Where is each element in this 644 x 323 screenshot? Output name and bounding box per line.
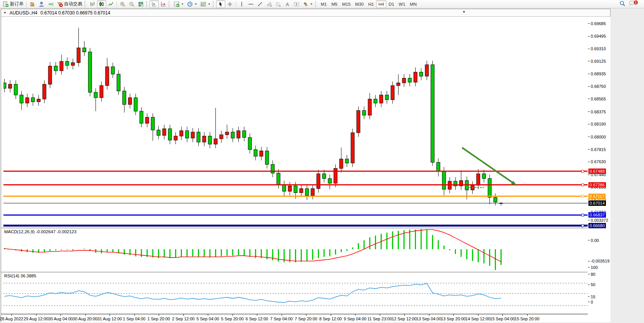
candle-body[interactable]: [300, 189, 303, 193]
candle-body[interactable]: [134, 98, 137, 111]
timeframe-button-MN[interactable]: MN: [408, 0, 419, 8]
candle-body[interactable]: [242, 131, 246, 138]
chart-shift-button[interactable]: [159, 0, 168, 8]
candle-body[interactable]: [31, 98, 35, 102]
periods-button[interactable]: ▼: [185, 0, 199, 8]
vertical-line-button[interactable]: [237, 0, 246, 8]
candle-body[interactable]: [168, 129, 172, 140]
timeframe-button-M30[interactable]: M30: [353, 0, 366, 8]
candle-body[interactable]: [385, 95, 389, 100]
candle-body[interactable]: [220, 135, 223, 139]
candle-body[interactable]: [248, 137, 252, 150]
candle-body[interactable]: [180, 131, 183, 136]
signal-button[interactable]: [46, 0, 55, 8]
timeframe-button-H1[interactable]: H1: [366, 0, 376, 8]
fibonacci-button[interactable]: F: [274, 0, 283, 8]
candle-body[interactable]: [317, 174, 320, 189]
candle-body[interactable]: [197, 132, 200, 142]
candle-body[interactable]: [60, 61, 63, 71]
zoom-in-button[interactable]: [118, 0, 127, 8]
auto-scroll-button[interactable]: [150, 0, 159, 8]
candle-body[interactable]: [305, 189, 309, 196]
candle-body[interactable]: [397, 83, 400, 86]
candle-body[interactable]: [437, 162, 440, 171]
candle-body[interactable]: [425, 65, 429, 76]
rsi-pane[interactable]: [3, 272, 588, 314]
level-handle[interactable]: [582, 170, 584, 172]
indicators-button[interactable]: ▼: [172, 0, 185, 8]
candle-body[interactable]: [294, 186, 297, 193]
candle-body[interactable]: [140, 111, 143, 123]
candle-body[interactable]: [71, 63, 75, 65]
text-label-button[interactable]: T: [292, 0, 301, 8]
candle-body[interactable]: [191, 132, 194, 138]
candle-body[interactable]: [328, 178, 332, 183]
time-axis[interactable]: 28 Aug 202229 Aug 12:0030 Aug 04:0030 Au…: [1, 314, 588, 322]
candle-body[interactable]: [20, 95, 23, 103]
level-handle[interactable]: [582, 184, 584, 186]
price-chart-pane[interactable]: [3, 17, 588, 227]
bar-chart-type-button[interactable]: [88, 0, 97, 8]
candle-body[interactable]: [37, 99, 40, 102]
crosshair-button[interactable]: [225, 0, 234, 8]
level-handle[interactable]: [582, 214, 584, 216]
candle-body[interactable]: [288, 186, 292, 191]
level-price-label[interactable]: 0.67286: [588, 182, 606, 188]
search-icon[interactable]: [619, 0, 626, 8]
candle-body[interactable]: [282, 185, 286, 191]
candle-body[interactable]: [271, 164, 274, 173]
candle-body[interactable]: [442, 171, 446, 189]
candle-body[interactable]: [277, 173, 280, 185]
candle-body[interactable]: [362, 110, 366, 115]
candle-body[interactable]: [322, 174, 326, 178]
candle-body[interactable]: [105, 67, 109, 86]
candle-body[interactable]: [374, 99, 377, 103]
timeframe-button-D1[interactable]: D1: [386, 0, 397, 8]
candle-body[interactable]: [334, 169, 337, 183]
candle-body[interactable]: [340, 159, 343, 169]
timeframe-button-H4[interactable]: H4: [376, 0, 386, 8]
candle-body[interactable]: [208, 136, 212, 144]
level-price-label[interactable]: 0.66680: [588, 223, 606, 228]
arrows-button[interactable]: ▼: [301, 0, 314, 8]
candle-body[interactable]: [111, 67, 115, 74]
candle-body[interactable]: [482, 174, 486, 178]
equidistant-channel-button[interactable]: E: [265, 0, 274, 8]
candle-body[interactable]: [77, 48, 80, 63]
zoom-out-button[interactable]: [127, 0, 136, 8]
candle-body[interactable]: [379, 95, 383, 103]
candle-body[interactable]: [88, 52, 92, 92]
candle-body[interactable]: [402, 78, 406, 83]
candle-body[interactable]: [265, 151, 269, 164]
candle-body[interactable]: [123, 91, 126, 104]
candle-body[interactable]: [214, 139, 217, 144]
candle-body[interactable]: [14, 84, 18, 95]
candle-body[interactable]: [128, 98, 132, 105]
candle-body[interactable]: [414, 72, 417, 83]
history-center-button[interactable]: [28, 0, 37, 8]
candle-body[interactable]: [8, 84, 12, 88]
candle-body[interactable]: [94, 92, 97, 98]
candle-body[interactable]: [351, 133, 354, 163]
candle-body[interactable]: [254, 150, 257, 156]
chart-dropdown-icon[interactable]: ▼: [3, 11, 6, 14]
level-handle[interactable]: [582, 224, 584, 227]
timeframe-button-M5[interactable]: M5: [329, 0, 340, 8]
horizontal-line-button[interactable]: [246, 0, 255, 8]
timeframe-button-W1[interactable]: W1: [397, 0, 408, 8]
candle-body[interactable]: [494, 197, 497, 202]
autotrade-button[interactable]: 自动交易: [55, 0, 84, 8]
candle-body[interactable]: [231, 132, 234, 138]
price-axis[interactable]: 0.696850.694950.693100.691250.689350.687…: [588, 17, 611, 322]
community-button[interactable]: [37, 0, 46, 8]
candle-body[interactable]: [202, 136, 206, 142]
text-button[interactable]: A: [283, 0, 292, 8]
trendline-button[interactable]: [255, 0, 265, 8]
candle-body[interactable]: [157, 130, 160, 135]
tile-windows-button[interactable]: [136, 0, 145, 8]
candle-body[interactable]: [26, 98, 29, 103]
candle-body[interactable]: [65, 61, 69, 65]
candle-body[interactable]: [174, 136, 177, 140]
macd-pane[interactable]: [3, 228, 588, 271]
candle-body[interactable]: [100, 86, 103, 98]
